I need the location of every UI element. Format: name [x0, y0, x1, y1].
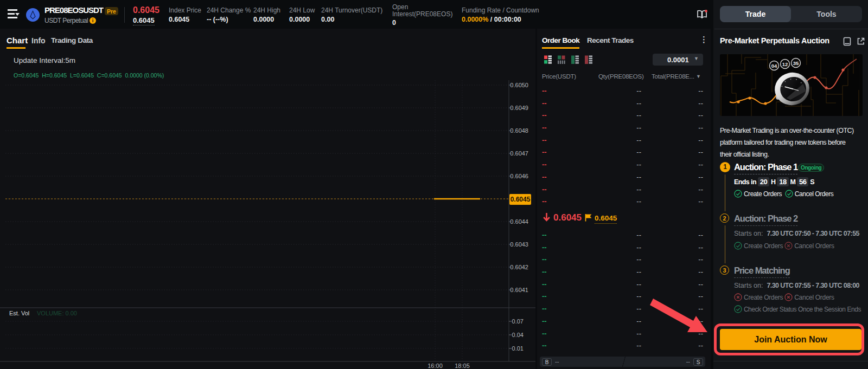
svg-text:Est. Vol: Est. Vol [9, 310, 29, 316]
svg-text:0.6047: 0.6047 [510, 150, 528, 157]
svg-text:0.6042: 0.6042 [510, 264, 528, 270]
svg-text:04: 04 [771, 63, 777, 69]
svg-text:0.6049: 0.6049 [510, 105, 528, 111]
svg-text:18:05: 18:05 [455, 362, 470, 369]
svg-text:0.01: 0.01 [512, 345, 524, 352]
svg-text:0.6044: 0.6044 [510, 218, 528, 225]
svg-text:0.6041: 0.6041 [510, 287, 528, 293]
svg-text:0.6050: 0.6050 [510, 82, 528, 88]
svg-text:16:00: 16:00 [427, 362, 443, 369]
svg-text:0.6045: 0.6045 [510, 196, 531, 203]
svg-text:0.6046: 0.6046 [510, 173, 528, 179]
svg-text:0.6043: 0.6043 [510, 241, 528, 248]
svg-text:35: 35 [793, 60, 799, 66]
svg-text:0.07: 0.07 [512, 318, 524, 325]
svg-text:12: 12 [782, 61, 788, 67]
svg-text:VOLUME: 0.00: VOLUME: 0.00 [37, 310, 77, 316]
svg-text:0.6048: 0.6048 [510, 127, 528, 134]
svg-text:0.04: 0.04 [512, 332, 524, 338]
